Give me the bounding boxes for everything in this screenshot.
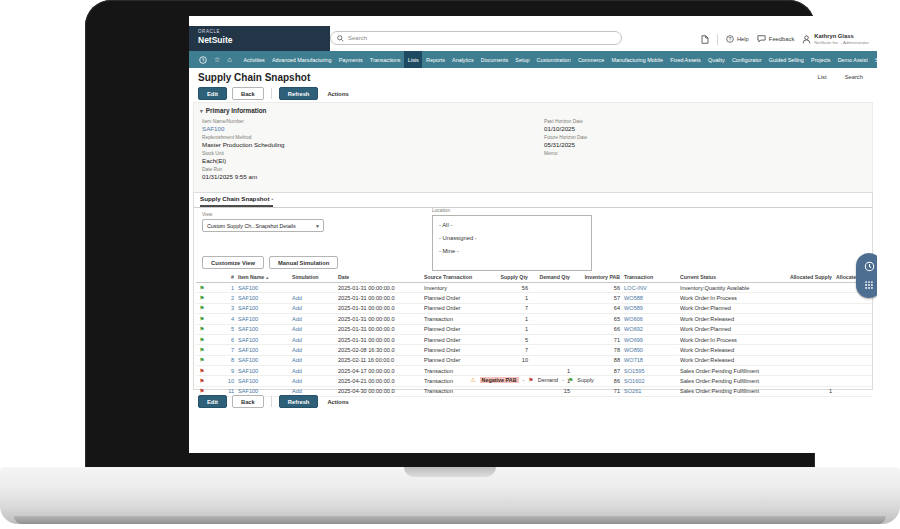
cell-status: Work Order:Released [678, 314, 782, 324]
cell-link-num[interactable]: 11 [228, 388, 234, 394]
field-value[interactable]: SAF100 [202, 125, 285, 132]
view-select[interactable]: Custom Supply Ch...Snapshot Details ▼ [202, 219, 324, 232]
edit-button-bottom[interactable]: Edit [198, 395, 227, 408]
nav-item-activities[interactable]: Activities [240, 51, 268, 68]
cell-link-item[interactable]: SAF100 [238, 347, 258, 353]
customize-view-button[interactable]: Customize View [202, 256, 264, 269]
column-header-num[interactable]: # [208, 272, 236, 283]
column-header-flag[interactable] [196, 272, 208, 283]
nav-item-lists[interactable]: Lists [404, 51, 422, 68]
create-new-button[interactable] [701, 35, 709, 44]
recents-clock-icon[interactable] [199, 56, 207, 64]
nav-item-scm-mobile[interactable]: SCM Mobile [871, 51, 877, 68]
cell-link-trans[interactable]: WO890 [624, 347, 643, 353]
nav-item-advanced-manufacturing[interactable]: Advanced Manufacturing [268, 51, 335, 68]
cell-link-trans[interactable]: WO589 [624, 305, 643, 311]
cell-link-sim[interactable]: Add [292, 368, 302, 374]
search-link[interactable]: Search [845, 74, 863, 80]
cell-link-num[interactable]: 8 [231, 357, 234, 363]
nav-item-demo-assist[interactable]: Demo Assist [834, 51, 871, 68]
help-button[interactable]: ? Help [726, 35, 749, 43]
nav-item-customization[interactable]: Customization [533, 51, 574, 68]
nav-item-transactions[interactable]: Transactions [366, 51, 404, 68]
cell-link-item[interactable]: SAF100 [238, 295, 258, 301]
list-link[interactable]: List [818, 74, 827, 80]
cell-link-item[interactable]: SAF100 [238, 316, 258, 322]
cell-link-item[interactable]: SAF100 [238, 337, 258, 343]
cell-link-trans[interactable]: SO1595 [624, 368, 645, 374]
floating-assist-widget[interactable] [856, 253, 877, 298]
cell-link-item[interactable]: SAF100 [238, 305, 258, 311]
nav-item-guided-selling[interactable]: Guided Selling [765, 51, 807, 68]
cell-link-trans[interactable]: WO699 [624, 337, 643, 343]
nav-item-projects[interactable]: Projects [807, 51, 834, 68]
column-header-status[interactable]: Current Status [678, 272, 782, 283]
tab-supply-chain-snapshot[interactable]: Supply Chain Snapshot • [200, 195, 273, 207]
nav-item-commerce[interactable]: Commerce [574, 51, 608, 68]
cell-link-item[interactable]: SAF100 [238, 368, 258, 374]
column-header-supply[interactable]: Supply Qty [492, 272, 530, 283]
back-button-bottom[interactable]: Back [232, 395, 264, 408]
cell-link-sim[interactable]: Add [292, 295, 302, 301]
cell-link-sim[interactable]: Add [292, 326, 302, 332]
cell-link-sim[interactable]: Add [292, 347, 302, 353]
back-button[interactable]: Back [232, 87, 264, 100]
cell-link-sim[interactable]: Add [292, 337, 302, 343]
column-header-alloc_supply[interactable]: Allocated Supply [782, 272, 834, 283]
cell-link-trans[interactable]: WO718 [624, 357, 643, 363]
column-header-demand[interactable]: Demand Qty [530, 272, 572, 283]
cell-link-num[interactable]: 4 [231, 316, 234, 322]
primary-information-header[interactable]: ▾Primary Information [200, 107, 267, 114]
column-header-date[interactable]: Date [336, 272, 422, 283]
actions-menu-button-bottom[interactable]: Actions [323, 396, 352, 407]
nav-item-quality[interactable]: Quality [704, 51, 728, 68]
cell-link-trans[interactable]: WO606 [624, 316, 643, 322]
location-multiselect[interactable]: - All -- Unassigned -- Mine - [432, 215, 592, 271]
nav-item-setup[interactable]: Setup [512, 51, 533, 68]
refresh-button-bottom[interactable]: Refresh [279, 395, 319, 408]
cell-link-num[interactable]: 2 [231, 295, 234, 301]
nav-item-reports[interactable]: Reports [422, 51, 448, 68]
cell-link-item[interactable]: SAF100 [238, 285, 258, 291]
cell-link-sim[interactable]: Add [292, 305, 302, 311]
cell-link-num[interactable]: 3 [231, 305, 234, 311]
column-header-item[interactable]: Item Name ▲ [236, 272, 290, 283]
nav-item-manufacturing-mobile[interactable]: Manufacturing Mobile [608, 51, 667, 68]
cell-link-item[interactable]: SAF100 [238, 357, 258, 363]
cell-link-item[interactable]: SAF100 [238, 388, 258, 394]
column-header-pab[interactable]: Inventory PAB [572, 272, 622, 283]
location-option[interactable]: - Mine - [433, 245, 591, 258]
nav-item-documents[interactable]: Documents [477, 51, 511, 68]
edit-button[interactable]: Edit [198, 87, 227, 100]
location-option[interactable]: - All - [433, 219, 591, 232]
column-header-source[interactable]: Source Transaction [422, 272, 492, 283]
actions-menu-button[interactable]: Actions [323, 88, 352, 99]
cell-link-trans[interactable]: SO261 [624, 388, 641, 394]
cell-link-num[interactable]: 9 [231, 368, 234, 374]
cell-link-item[interactable]: SAF100 [238, 326, 258, 332]
feedback-button[interactable]: Feedback [757, 35, 794, 43]
user-menu[interactable]: Kathryn Glass NetSuite Inc. - Administra… [802, 33, 869, 45]
cell-link-num[interactable]: 6 [231, 337, 234, 343]
cell-link-sim[interactable]: Add [292, 388, 302, 394]
nav-item-payments[interactable]: Payments [335, 51, 366, 68]
home-icon[interactable]: ⌂ [227, 56, 232, 64]
nav-item-analytics[interactable]: Analytics [448, 51, 477, 68]
cell-link-trans[interactable]: WO692 [624, 326, 643, 332]
manual-simulation-button[interactable]: Manual Simulation [269, 256, 338, 269]
column-header-sim[interactable]: Simulation [290, 272, 336, 283]
location-option[interactable]: - Unassigned - [433, 232, 591, 245]
cell-link-num[interactable]: 7 [231, 347, 234, 353]
cell-link-sim[interactable]: Add [292, 316, 302, 322]
refresh-button[interactable]: Refresh [279, 87, 319, 100]
nav-item-configurator[interactable]: Configurator [728, 51, 765, 68]
shortcuts-star-icon[interactable]: ☆ [214, 56, 220, 63]
global-search-input[interactable]: Search [330, 31, 622, 45]
column-header-trans[interactable]: Transaction [622, 272, 678, 283]
cell-link-sim[interactable]: Add [292, 357, 302, 363]
nav-item-fixed-assets[interactable]: Fixed Assets [667, 51, 705, 68]
cell-link-trans[interactable]: LOC-INV [624, 285, 647, 291]
cell-link-num[interactable]: 1 [231, 285, 234, 291]
cell-link-trans[interactable]: WO588 [624, 295, 643, 301]
cell-link-num[interactable]: 5 [231, 326, 234, 332]
